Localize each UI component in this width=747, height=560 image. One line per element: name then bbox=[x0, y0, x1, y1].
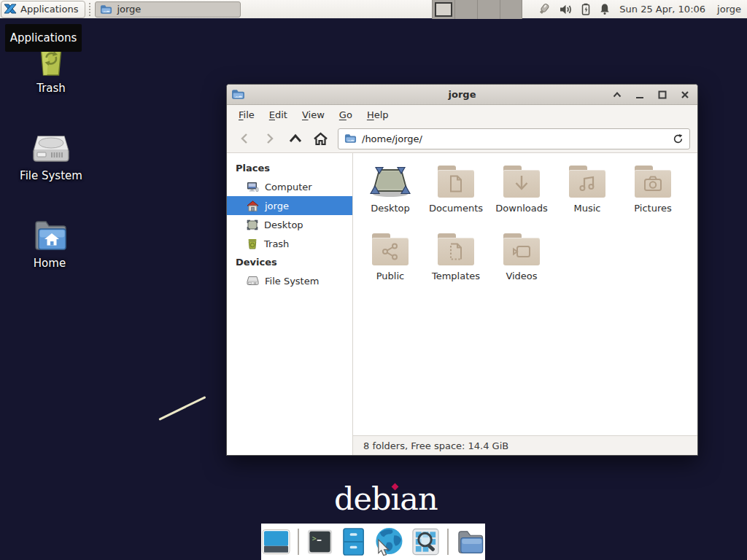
system-tray bbox=[537, 3, 611, 15]
svg-text:>: > bbox=[312, 534, 317, 542]
top-panel: Applications jorge bbox=[0, 0, 747, 19]
applications-menu-label: Applications bbox=[20, 4, 78, 15]
terminal-icon[interactable]: > bbox=[306, 528, 334, 556]
sidebar-item-desktop[interactable]: Desktop bbox=[227, 215, 352, 234]
sidebar-item-trash[interactable]: Trash bbox=[227, 234, 352, 253]
file-item-downloads[interactable]: Downloads bbox=[489, 160, 554, 228]
sidebar-item-jorge[interactable]: jorge bbox=[227, 196, 352, 215]
close-button[interactable] bbox=[680, 90, 690, 100]
file-item-label: Videos bbox=[489, 271, 554, 281]
shade-icon bbox=[613, 92, 622, 98]
dock-separator bbox=[298, 529, 299, 555]
tooltip-text: Applications bbox=[10, 31, 77, 44]
panel-separator-handle[interactable] bbox=[89, 3, 93, 16]
statusbar-text: 8 folders, Free space: 14.4 GiB bbox=[363, 440, 508, 451]
workspace-switcher bbox=[432, 0, 522, 19]
up-button[interactable] bbox=[282, 128, 308, 149]
sidebar-item-label: Desktop bbox=[264, 219, 303, 230]
home-icon bbox=[247, 201, 259, 211]
menu-view[interactable]: View bbox=[295, 106, 332, 123]
forward-button[interactable] bbox=[257, 128, 282, 149]
minimize-icon bbox=[635, 90, 644, 99]
path-text[interactable]: /home/jorge/ bbox=[362, 133, 667, 144]
workspace-1[interactable] bbox=[433, 0, 455, 19]
stray-line-artifact bbox=[158, 396, 206, 421]
file-item-label: Documents bbox=[423, 203, 489, 214]
close-icon bbox=[681, 90, 689, 99]
document-emblem-icon bbox=[449, 175, 463, 192]
workspace-2[interactable] bbox=[455, 0, 478, 19]
app-finder-icon[interactable] bbox=[411, 527, 441, 556]
panel-user-menu[interactable]: jorge bbox=[717, 4, 741, 15]
folder-icon[interactable] bbox=[455, 528, 485, 556]
file-item-label: Pictures bbox=[620, 203, 686, 214]
hard-drive-icon bbox=[32, 133, 70, 164]
workspace-3[interactable] bbox=[478, 0, 500, 19]
menu-edit[interactable]: Edit bbox=[262, 106, 295, 123]
hard-drive-icon bbox=[247, 276, 259, 286]
sidebar-item-filesystem[interactable]: File System bbox=[227, 271, 352, 290]
trash-icon bbox=[247, 238, 258, 249]
share-emblem-icon bbox=[382, 243, 399, 260]
desktop-icon-home[interactable]: Home bbox=[6, 214, 93, 270]
sidebar-item-label: Trash bbox=[264, 238, 289, 249]
sidebar: Places Computer bbox=[227, 153, 353, 455]
file-item-music[interactable]: Music bbox=[554, 160, 620, 228]
minimize-button[interactable] bbox=[635, 90, 645, 100]
xfce-logo-icon bbox=[4, 4, 17, 15]
file-item-label: Desktop bbox=[357, 203, 423, 214]
desktop-icon-filesystem[interactable]: File System bbox=[7, 126, 95, 182]
panel-clock[interactable]: Sun 25 Apr, 10:06 bbox=[619, 4, 705, 15]
file-manager-window: jorge bbox=[226, 84, 698, 456]
file-item-label: Music bbox=[554, 203, 620, 214]
menu-file[interactable]: File bbox=[231, 106, 262, 123]
maximize-button[interactable] bbox=[657, 90, 667, 100]
video-emblem-icon bbox=[512, 244, 531, 259]
sidebar-item-label: File System bbox=[265, 276, 319, 287]
menu-help[interactable]: Help bbox=[360, 106, 396, 123]
notification-bell-icon[interactable] bbox=[599, 3, 611, 15]
debian-logo: debıan bbox=[334, 481, 438, 517]
dock: > bbox=[261, 524, 485, 560]
battery-charging-icon[interactable] bbox=[581, 3, 591, 15]
file-item-public[interactable]: Public bbox=[357, 228, 423, 296]
home-folder-icon bbox=[31, 219, 68, 252]
download-emblem-icon bbox=[514, 175, 530, 192]
file-item-templates[interactable]: Templates bbox=[423, 228, 489, 296]
desktop-surface-icon bbox=[370, 165, 411, 198]
file-item-pictures[interactable]: Pictures bbox=[620, 160, 686, 228]
reload-icon[interactable] bbox=[673, 133, 684, 144]
applications-menu-button[interactable]: Applications bbox=[1, 1, 85, 18]
file-item-documents[interactable]: Documents bbox=[423, 160, 489, 228]
sidebar-item-label: jorge bbox=[265, 201, 289, 211]
path-bar[interactable]: /home/jorge/ bbox=[338, 128, 690, 149]
camera-emblem-icon bbox=[643, 176, 662, 192]
back-icon bbox=[239, 133, 249, 144]
workspace-4[interactable] bbox=[500, 0, 523, 19]
file-icon-view[interactable]: Desktop Documents bbox=[353, 153, 697, 435]
volume-icon[interactable] bbox=[560, 4, 573, 15]
up-icon bbox=[289, 133, 302, 144]
menubar: File Edit View Go Help bbox=[227, 105, 697, 125]
file-item-label: Templates bbox=[423, 271, 489, 281]
forward-icon bbox=[265, 133, 275, 144]
taskbar-window-button[interactable]: jorge bbox=[95, 1, 241, 18]
file-item-videos[interactable]: Videos bbox=[489, 228, 554, 296]
file-item-desktop[interactable]: Desktop bbox=[357, 160, 423, 228]
music-emblem-icon bbox=[578, 175, 596, 192]
toolbar: /home/jorge/ bbox=[227, 125, 697, 153]
maximize-icon bbox=[658, 90, 667, 99]
desktop[interactable]: Applications jorge bbox=[0, 0, 747, 560]
sidebar-item-computer[interactable]: Computer bbox=[227, 177, 352, 196]
web-browser-globe-icon[interactable] bbox=[373, 526, 404, 557]
sidebar-header-places: Places bbox=[227, 159, 352, 177]
show-desktop-icon[interactable] bbox=[261, 528, 291, 556]
menu-go[interactable]: Go bbox=[332, 106, 360, 123]
titlebar[interactable]: jorge bbox=[227, 85, 697, 105]
home-button[interactable] bbox=[308, 128, 333, 149]
shade-button[interactable] bbox=[612, 90, 622, 100]
input-device-icon[interactable] bbox=[537, 3, 551, 15]
file-cabinet-icon[interactable] bbox=[341, 527, 366, 556]
file-item-label: Downloads bbox=[489, 203, 554, 214]
back-button[interactable] bbox=[231, 128, 257, 149]
